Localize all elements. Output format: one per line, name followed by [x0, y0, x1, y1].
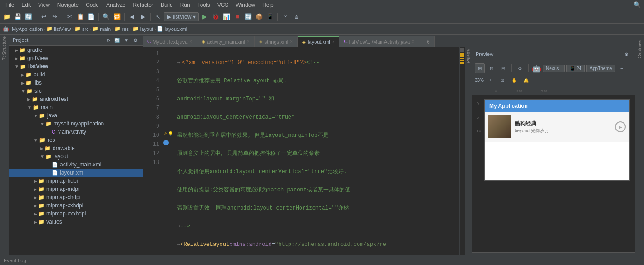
preview-both-icon[interactable]: ⊟: [498, 63, 508, 73]
tab-activity-main[interactable]: ◈ activity_main.xml ×: [197, 36, 255, 47]
menu-analyze[interactable]: Analyze: [103, 1, 129, 9]
expand-main-icon[interactable]: ▼: [27, 105, 32, 110]
tree-item-package[interactable]: ▼ 📁 myself.myapplication: [9, 120, 143, 128]
tree-item-layout-xml[interactable]: 📄 layout.xml: [9, 169, 143, 177]
undo-icon[interactable]: ↩: [39, 12, 49, 22]
replace-icon[interactable]: 🔁: [112, 12, 122, 22]
play-button-icon[interactable]: ▶: [615, 121, 626, 132]
tree-item-gridview[interactable]: ▶ 📁 gridView: [9, 54, 143, 62]
sync-icon[interactable]: 🔄: [24, 12, 34, 22]
save-icon[interactable]: 💾: [13, 12, 23, 22]
expand-mipmap-xxhdpi-icon[interactable]: ▶: [34, 203, 37, 208]
menu-view[interactable]: View: [34, 1, 54, 9]
nav-forward-icon[interactable]: ▶: [138, 12, 148, 22]
breadcrumb-res[interactable]: 📁 res: [114, 26, 129, 32]
tab-close-layout[interactable]: ×: [332, 40, 335, 45]
tree-item-drawable[interactable]: ▶ 📁 drawable: [9, 144, 143, 152]
expand-java-icon[interactable]: ▼: [34, 113, 38, 118]
tree-options-icon[interactable]: ⚙: [132, 36, 139, 44]
run-config-dropdown[interactable]: ▶ listView ▾: [164, 12, 199, 21]
copy-icon[interactable]: 📋: [75, 12, 85, 22]
menu-tools[interactable]: Tools: [194, 1, 214, 9]
event-log-label[interactable]: Event Log: [4, 258, 26, 263]
debug-icon[interactable]: 🐞: [211, 12, 221, 22]
tab-more[interactable]: ≡6: [419, 36, 435, 47]
expand-mipmap-xhdpi-icon[interactable]: ▶: [34, 195, 37, 200]
tree-item-main[interactable]: ▼ 📁 main: [9, 103, 143, 111]
tree-item-values[interactable]: ▶ 📁 values: [9, 218, 143, 226]
paste-icon[interactable]: 📄: [86, 12, 96, 22]
expand-libs-icon[interactable]: ▶: [21, 80, 25, 85]
new-project-icon[interactable]: 📁: [2, 12, 12, 22]
expand-src-icon[interactable]: ▼: [21, 89, 25, 94]
expand-mipmap-xxxhdpi-icon[interactable]: ▶: [34, 211, 37, 216]
expand-package-icon[interactable]: ▼: [40, 121, 44, 126]
stop-icon[interactable]: ■: [232, 12, 242, 22]
breadcrumb-listview[interactable]: 📁 listView: [46, 26, 71, 32]
find-icon[interactable]: 🔍: [101, 12, 111, 22]
search-everywhere-btn[interactable]: 🔍: [632, 0, 642, 10]
palette-tab[interactable]: Palette: [465, 47, 472, 265]
preview-theme-label[interactable]: AppTheme: [586, 65, 615, 72]
tab-layout[interactable]: ◈ layout.xml ×: [298, 36, 339, 47]
expand-res-icon[interactable]: ▼: [34, 138, 38, 143]
tree-item-res[interactable]: ▼ 📁 res: [9, 136, 143, 144]
preview-layout-icon[interactable]: ⊞: [475, 63, 485, 73]
preview-zoom-out-icon[interactable]: −: [617, 63, 627, 73]
menu-run[interactable]: Run: [177, 1, 194, 9]
breadcrumb-main[interactable]: 📁 main: [92, 26, 111, 32]
preview-zoom-in-icon[interactable]: +: [486, 75, 496, 85]
tree-item-layout[interactable]: ▼ 📁 layout: [9, 152, 143, 160]
expand-mipmap-mdpi-icon[interactable]: ▶: [34, 187, 37, 192]
tree-item-mipmap-xxxhdpi[interactable]: ▶ 📁 mipmap-xxxhdpi: [9, 210, 143, 218]
tree-item-mipmap-hdpi[interactable]: ▶ 📁 mipmap-hdpi: [9, 177, 143, 185]
expand-mipmap-hdpi-icon[interactable]: ▶: [34, 179, 37, 184]
preview-device-label[interactable]: Nexus -: [543, 65, 565, 72]
tree-collapse-icon[interactable]: ▼: [123, 36, 130, 44]
preview-fit-icon[interactable]: ⊡: [497, 75, 507, 85]
code-content[interactable]: →<?xml version="1.0" encoding="utf-8"?><…: [173, 47, 459, 265]
tab-myedittext[interactable]: C MyEditText.java ×: [143, 36, 197, 47]
code-editor[interactable]: 1 2 3 4 5 6 7 8 9 10 11 12 13: [143, 47, 465, 265]
expand-drawable-icon[interactable]: ▶: [40, 146, 44, 151]
tree-item-activity-main[interactable]: 📄 activity_main.xml: [9, 160, 143, 169]
captures-tab[interactable]: Captures: [636, 36, 643, 62]
help-icon[interactable]: ?: [280, 12, 290, 22]
tree-item-libs[interactable]: ▶ 📁 libs: [9, 79, 143, 87]
menu-code[interactable]: Code: [82, 1, 103, 9]
tree-item-androidtest[interactable]: ▶ 📁 androidTest: [9, 95, 143, 103]
preview-notify-icon[interactable]: 🔔: [521, 75, 531, 85]
tree-item-mipmap-mdpi[interactable]: ▶ 📁 mipmap-mdpi: [9, 185, 143, 193]
tree-settings-icon[interactable]: ⚙: [104, 36, 112, 44]
expand-listview-icon[interactable]: ▼: [15, 64, 19, 69]
menu-vcs[interactable]: VCS: [214, 1, 232, 9]
breadcrumb-layout[interactable]: 📁 layout: [133, 26, 153, 32]
tab-close-mainactivity[interactable]: ×: [412, 39, 414, 44]
run-icon[interactable]: ▶: [200, 12, 210, 22]
breadcrumb-src[interactable]: 📁 src: [74, 26, 89, 32]
tree-item-java[interactable]: ▼ 📁 java: [9, 111, 143, 120]
expand-layout-icon[interactable]: ▼: [40, 154, 44, 159]
breadcrumb-myapp[interactable]: MyApplication: [12, 26, 43, 32]
menu-refactor[interactable]: Refactor: [129, 1, 157, 9]
expand-gradle-icon[interactable]: ▶: [15, 48, 18, 53]
expand-build-icon[interactable]: ▶: [21, 72, 25, 77]
nav-back-icon[interactable]: ◀: [127, 12, 137, 22]
structure-panel-label[interactable]: 7: Structure: [2, 36, 7, 60]
expand-gridview-icon[interactable]: ▶: [15, 56, 18, 61]
android-monitor-icon[interactable]: 🖥: [291, 12, 301, 22]
expand-androidtest-icon[interactable]: ▶: [27, 97, 31, 102]
menu-file[interactable]: File: [2, 1, 18, 9]
tab-close-myedittext[interactable]: ×: [189, 39, 192, 44]
tree-item-gradle[interactable]: ▶ 📁 gradle: [9, 46, 143, 54]
tab-mainactivity[interactable]: C listView\...\MainActivity.java ×: [339, 36, 419, 47]
gradle-sync-icon[interactable]: 🔄: [243, 12, 253, 22]
expand-values-icon[interactable]: ▶: [34, 220, 37, 225]
preview-orient-icon[interactable]: ⟳: [515, 63, 525, 73]
tree-sync-icon[interactable]: 🔄: [113, 36, 121, 44]
tree-item-mainactivity[interactable]: C MainActivity: [9, 128, 143, 136]
preview-blueprint-icon[interactable]: ⊡: [487, 63, 497, 73]
menu-edit[interactable]: Edit: [18, 1, 34, 9]
tab-close-strings[interactable]: ×: [290, 39, 293, 44]
menu-build[interactable]: Build: [157, 1, 177, 9]
